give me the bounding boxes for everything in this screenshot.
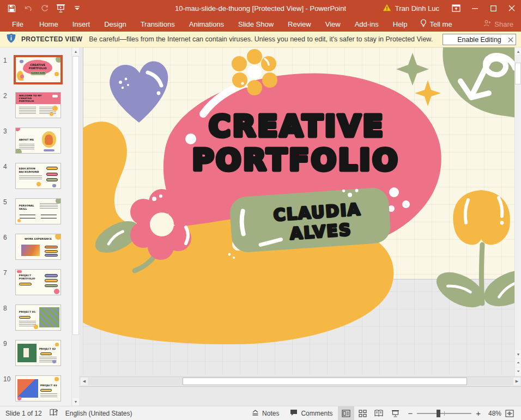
zoom-out-icon[interactable]: − [408,409,413,418]
tab-design[interactable]: Design [97,17,133,31]
tab-help[interactable]: Help [386,17,415,31]
green-sparkle [396,53,429,86]
slide-artwork: CREATIVE PORTFOLIO [79,47,521,406]
share-button[interactable]: Share [483,16,513,32]
spell-check-icon[interactable] [50,409,58,418]
vertical-scrollbar[interactable]: ▲ ▼ ⏶ ⏷ [514,47,521,376]
thumbnail-preview: PERSONAL SKILL [16,199,60,224]
slide-sorter-view-button[interactable] [354,406,371,420]
thumbnail-preview: WELCOME TO MY CREATIVE PORTFOLIO [16,93,60,118]
slide-number: 4 [3,163,13,171]
thumbnail-preview: CREATIVE PORTFOLIOCLAUDIA ALVES [16,57,60,82]
scroll-up-icon[interactable]: ▲ [515,47,521,55]
slide-thumbnail-row[interactable]: 1CREATIVE PORTFOLIOCLAUDIA ALVES [0,57,71,83]
scrollbar-thumb[interactable] [183,378,467,385]
slide-thumbnail[interactable]: PROJECT 01 [15,305,61,331]
tab-insert[interactable]: Insert [65,17,98,31]
tab-view[interactable]: View [318,17,348,31]
minimize-button[interactable] [465,0,484,16]
slide-thumbnail[interactable]: PROJECT PORTFOLIO [15,269,61,295]
slide-thumbnail-row[interactable]: 7PROJECT PORTFOLIO [0,269,71,295]
slide-thumbnail[interactable]: CREATIVE PORTFOLIOCLAUDIA ALVES [15,57,61,83]
slide-thumbnail-row[interactable]: 10PROJECT 03 [0,375,71,401]
scroll-down-icon[interactable]: ▼ [515,350,521,358]
customize-qat-icon[interactable] [70,2,84,15]
scroll-down-icon[interactable]: ▼ [72,398,79,405]
slide-thumbnail-row[interactable]: 2WELCOME TO MY CREATIVE PORTFOLIO [0,92,71,118]
slide-thumbnail[interactable]: WORK EXPERIENCE [15,234,61,260]
slide-number: 5 [3,198,13,206]
tab-review[interactable]: Review [281,17,318,31]
yellow-sparkle [415,80,441,106]
title-bar: 10-mau-slide-de-thuong [Protected View] … [0,0,521,16]
undo-icon [21,2,35,15]
next-slide-icon[interactable]: ⏷ [515,368,521,375]
tab-slide-show[interactable]: Slide Show [231,17,281,31]
close-button[interactable] [502,0,521,16]
slide-number: 10 [3,375,13,383]
slide-title-line1: CREATIVE [209,109,385,143]
user-name[interactable]: Tran Dinh Luc [395,4,439,13]
slideshow-view-button[interactable] [387,406,403,420]
slide-thumbnail[interactable]: PROJECT 03 [15,375,61,401]
notes-toggle[interactable]: Notes [246,406,284,420]
previous-slide-icon[interactable]: ⏶ [515,359,521,367]
scroll-up-icon[interactable]: ▲ [72,48,79,55]
thumbnail-preview: PROJECT 03 [16,376,60,401]
scroll-right-icon[interactable]: ▶ [513,378,520,385]
notes-icon [252,409,259,417]
maximize-button[interactable] [484,0,502,16]
start-slideshow-icon[interactable] [53,2,68,15]
thumbnail-scrollbar[interactable]: ▲ ▼ [71,47,79,406]
reading-view-button[interactable] [371,406,387,420]
zoom-slider-thumb[interactable] [437,410,440,417]
thumbnail-preview: EDUCATION BACKGROUND [16,163,60,188]
slide-thumbnail[interactable]: WELCOME TO MY CREATIVE PORTFOLIO [15,92,61,118]
scrollbar-thumb[interactable] [72,56,79,335]
status-bar: Slide 1 of 12 English (United States) No… [0,406,521,420]
slide-thumbnail-list: 1CREATIVE PORTFOLIOCLAUDIA ALVES2WELCOME… [0,57,71,406]
tab-home[interactable]: Home [32,17,65,31]
tab-add-ins[interactable]: Add-ins [348,17,386,31]
slide-number: 7 [3,269,13,277]
normal-view-button[interactable] [338,406,354,420]
slide-thumbnail-row[interactable]: 6WORK EXPERIENCE [0,234,71,260]
slide-thumbnail[interactable]: EDUCATION BACKGROUND [15,163,61,189]
protected-view-message: Be careful—files from the Internet can c… [89,35,433,43]
warning-icon[interactable] [383,4,391,13]
name-banner: CLAUDIA ALVES [229,186,391,253]
protected-view-banner: PROTECTED VIEW Be careful—files from the… [0,32,521,47]
zoom-level[interactable]: 48% [485,410,501,417]
scroll-left-icon[interactable]: ◀ [81,378,88,385]
comments-toggle[interactable]: Comments [284,406,338,420]
tab-file[interactable]: File [3,17,32,31]
horizontal-scrollbar[interactable]: ◀ ▶ [79,376,521,385]
slide-thumbnail-row[interactable]: 5PERSONAL SKILL [0,198,71,224]
slide-thumbnail-row[interactable]: 3ABOUT ME [0,127,71,154]
slide-thumbnail-row[interactable]: 8PROJECT 01 [0,305,71,331]
zoom-in-icon[interactable]: + [476,409,481,418]
language-indicator[interactable]: English (United States) [65,410,132,417]
thumbnail-preview: PROJECT 02 [16,340,60,366]
tab-animations[interactable]: Animations [182,17,231,31]
zoom-slider[interactable] [417,406,471,420]
banner-close-icon[interactable] [504,32,518,47]
tab-transitions[interactable]: Transitions [134,17,182,31]
main-area: 1CREATIVE PORTFOLIOCLAUDIA ALVES2WELCOME… [0,47,521,406]
zoom-controls: − + [403,406,485,420]
slide-indicator[interactable]: Slide 1 of 12 [5,410,42,417]
ribbon-display-options-icon[interactable] [447,0,465,16]
slide-thumbnail-row[interactable]: 4EDUCATION BACKGROUND [0,163,71,189]
protected-view-label: PROTECTED VIEW [21,35,82,43]
slide-thumbnail[interactable]: PERSONAL SKILL [15,198,61,224]
thumbnail-preview: PROJECT PORTFOLIO [16,270,60,295]
scrollbar-thumb[interactable] [515,63,521,84]
slide-thumbnail[interactable]: ABOUT ME [15,127,61,154]
slide-thumbnail-row[interactable]: 9PROJECT 02 [0,340,71,366]
fit-slide-to-window-icon[interactable] [501,406,518,420]
tab-tell-me[interactable]: Tell me [415,16,458,32]
shield-icon [7,33,16,45]
notes-splitter[interactable] [79,386,521,387]
save-icon[interactable] [4,2,19,15]
slide-thumbnail[interactable]: PROJECT 02 [15,340,61,366]
